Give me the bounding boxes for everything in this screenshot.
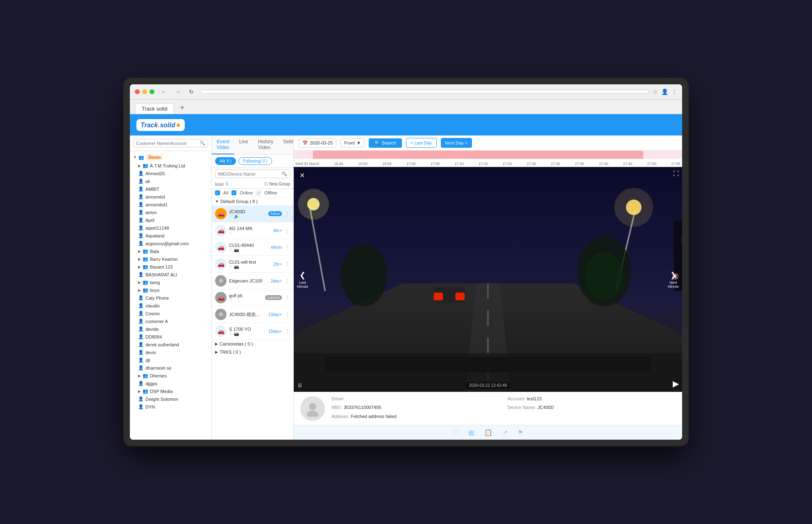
sidebar-item-basharat[interactable]: 👤 BASHARAT ALI (130, 271, 211, 278)
device-item-edgecam[interactable]: ⚙ Edgecam JC100 2day+ ⋮ (212, 273, 293, 289)
filter-all-button[interactable]: All( 8 ) (215, 157, 236, 165)
device-more-icon[interactable]: ⋮ (284, 328, 290, 334)
sidebar-item-dwight[interactable]: 👤 Dwight Solomon (130, 395, 211, 403)
device-item-golfpti[interactable]: 🚗 golf pti ♡ Inactive ⋮ (212, 289, 293, 306)
tree-group-demo[interactable]: ▼ 👥 Demo (130, 153, 211, 162)
imei-search-input[interactable] (218, 172, 280, 176)
sidebar-item-anton[interactable]: 👤 anton (130, 208, 211, 216)
sidebar-item-barry[interactable]: ▶ 👥 Barry Kearton (130, 255, 211, 263)
search-button[interactable]: 🔍 Search (369, 138, 402, 148)
favorite-action-icon[interactable]: ♡ (453, 429, 458, 436)
sidebar-item-boys[interactable]: ▶ 👥 boys (130, 286, 211, 294)
device-item-jc400dvideo[interactable]: ⚙ JC400D-视觉... 13day+ ⋮ (212, 306, 293, 323)
tab-live[interactable]: Live (234, 136, 253, 154)
customer-search-wrap: 🔍 (133, 139, 208, 147)
device-item-ag144ma[interactable]: 🚗 AG 144 MA ♡ 8hr+ ⋮ (212, 222, 293, 239)
sidebar-item-customera[interactable]: 👤 customer A (130, 317, 211, 325)
sidebar-item-dspmedia[interactable]: ▶ 👥 DSP Media (130, 387, 211, 395)
prev-minute-button[interactable]: ❮ LastMinute (297, 271, 308, 289)
device-more-icon[interactable]: ⋮ (284, 294, 290, 301)
device-item-cl0140440[interactable]: 🚗 CL01-40440 ♡ 📷 44min ⋮ (212, 239, 293, 256)
customer-search-input[interactable] (136, 141, 198, 146)
sidebar-item-djjgps[interactable]: 👤 djjgps (130, 379, 211, 387)
main-layout: 🔍 ▼ 👥 Demo ▶ 👥 A.T.M Truking Ltd (130, 136, 682, 440)
device-badge: follow (268, 211, 282, 216)
svg-rect-18 (682, 237, 682, 243)
sidebar-item-dyn[interactable]: 👤 DYN (130, 403, 211, 411)
sidebar-item-cosmo[interactable]: 👤 Cosmo (130, 309, 211, 317)
device-more-icon[interactable]: ⋮ (284, 278, 290, 284)
video-fullscreen-button[interactable]: ⛶ (673, 170, 679, 177)
device-item-cl01willtest[interactable]: 🚗 CL01-will test ♡ 📷 2hr+ ⋮ (212, 256, 293, 273)
group-default-header[interactable]: ▼ Default Group ( 8 ) (212, 197, 293, 206)
sidebar-item-aqeel[interactable]: 👤 aqeel11148 (130, 224, 211, 232)
sidebar-item-claudio[interactable]: 👤 claudio (130, 302, 211, 309)
sidebar-item-basant[interactable]: ▶ 👥 Basant 123 (130, 263, 211, 271)
browser-tab[interactable]: Track solid (135, 103, 174, 114)
play-button[interactable]: ▶ (673, 379, 679, 388)
svg-rect-22 (455, 293, 465, 300)
sidebar-item-devis[interactable]: 👤 devis (130, 348, 211, 356)
refresh-button[interactable]: ↻ (186, 88, 196, 96)
account-icon[interactable]: 👤 (661, 88, 668, 95)
new-tab-button[interactable]: + (176, 102, 188, 114)
timeline-bar[interactable]: Wed 25 March 16:45 16:50 16:55 17:00 17:… (294, 151, 682, 167)
next-day-button[interactable]: Next Day > (441, 138, 472, 148)
next-minute-button[interactable]: ❯ NextMinute (668, 271, 679, 289)
grid-action-icon[interactable]: ▦ (468, 429, 474, 436)
check-online-box[interactable]: ✓ (231, 190, 236, 195)
sidebar-item-atm[interactable]: ▶ 👥 A.T.M Truking Ltd (130, 162, 211, 169)
forward-button[interactable]: → (172, 88, 183, 96)
check-offline-box[interactable]: ✓ (256, 190, 261, 195)
minimize-window-btn[interactable] (142, 89, 147, 94)
tab-event-video[interactable]: Event Video (212, 136, 234, 154)
sidebar-item-dhemes[interactable]: ▶ 👥 Dhemes (130, 372, 211, 379)
sidebar-item-caty[interactable]: 👤 Caty Phone (130, 294, 211, 302)
tab-history-video[interactable]: History Video (253, 136, 278, 154)
sidebar-item-dd8094[interactable]: 👤 DD8094 (130, 333, 211, 341)
sidebar-label: derek sutherland (145, 342, 179, 347)
sidebar-item-bala[interactable]: ▶ 👥 Bala (130, 247, 211, 255)
video-close-button[interactable]: ✕ (297, 170, 307, 180)
device-icon-golfpti: 🚗 (215, 292, 227, 303)
device-more-icon[interactable]: ⋮ (284, 227, 290, 234)
tab-settings[interactable]: Settings (278, 136, 294, 154)
device-more-icon[interactable]: ⋮ (284, 261, 290, 267)
address-bar[interactable] (200, 90, 649, 94)
last-day-button[interactable]: < Last Day (406, 138, 437, 148)
device-item-s1700yo[interactable]: 🚗 S 1700 YO ♡ 📷 15day+ ⋮ (212, 323, 293, 340)
copy-action-icon[interactable]: 📋 (484, 429, 492, 436)
sidebar-item-amcendol1[interactable]: 👤 amcendol1 (130, 201, 211, 208)
tab-bar: Track solid + (130, 99, 682, 114)
sidebar-item-ali[interactable]: 👤 ali (130, 177, 211, 185)
sidebar-item-djt[interactable]: 👤 djt (130, 356, 211, 364)
back-button[interactable]: ← (159, 88, 169, 96)
share-action-icon[interactable]: ↗ (502, 429, 508, 436)
menu-icon[interactable]: ⋮ (671, 88, 677, 95)
group-camionetas-header[interactable]: ▶ Camionetas ( 0 ) (212, 340, 293, 348)
close-window-btn[interactable] (135, 89, 140, 94)
sidebar-item-dharmesh[interactable]: 👤 dharmesh sir (130, 364, 211, 372)
sidebar-item-amcendol[interactable]: 👤 amcendol (130, 193, 211, 201)
sidebar-item-davide[interactable]: 👤 davide (130, 325, 211, 333)
device-item-jc400d[interactable]: 🚗 JC400D ♡ 🔊 follow ⋮ (212, 206, 293, 222)
device-more-icon[interactable]: ⋮ (284, 244, 290, 251)
flag-action-icon[interactable]: ⚑ (517, 429, 523, 436)
maximize-window-btn[interactable] (150, 89, 154, 94)
new-group-button[interactable]: ☐ New Group (264, 182, 290, 186)
sidebar-item-argox[interactable]: 👤 argoxcoy@gmail.com (130, 239, 211, 247)
check-all-box[interactable]: ✓ (215, 190, 220, 195)
filter-following-button[interactable]: Following( 0 ) (238, 157, 272, 165)
sidebar-item-derek[interactable]: 👤 derek sutherland (130, 341, 211, 348)
sidebar-item-beng[interactable]: ▶ 👥 beng (130, 278, 211, 286)
sidebar-item-ambit[interactable]: 👤 AMBIT (130, 185, 211, 193)
chevron-right-icon: ▶ (138, 374, 141, 378)
bookmark-icon[interactable]: ☆ (653, 88, 658, 95)
device-more-icon[interactable]: ⋮ (284, 311, 290, 318)
camera-select-wrap[interactable]: Front ▼ (340, 138, 365, 147)
sidebar-item-april[interactable]: 👤 April (130, 216, 211, 224)
group-trks-header[interactable]: ▶ TRKS ( 0 ) (212, 348, 293, 356)
sidebar-item-aqualand[interactable]: 👤 Aqualand (130, 232, 211, 239)
device-more-icon[interactable]: ⋮ (284, 210, 290, 217)
sidebar-item-ahmed20[interactable]: 👤 Ahmed20 (130, 169, 211, 177)
